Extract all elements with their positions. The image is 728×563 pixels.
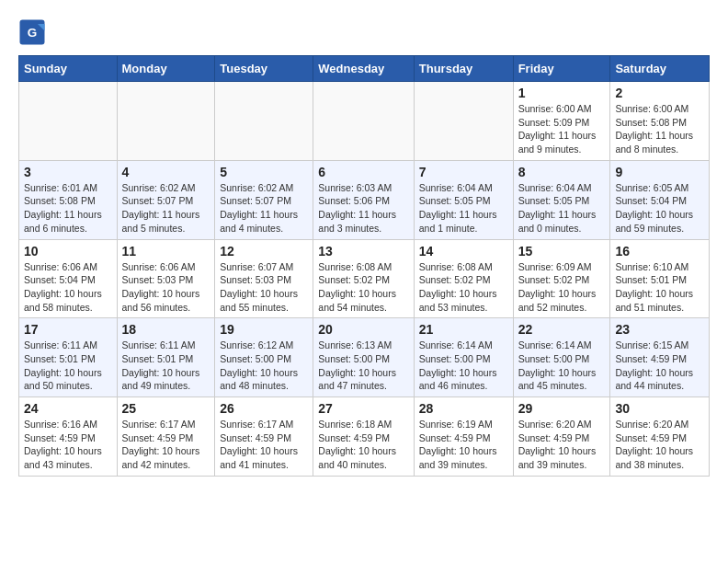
day-info: Sunrise: 6:11 AM Sunset: 5:01 PM Dayligh… [122, 339, 210, 393]
day-number: 26 [220, 401, 308, 416]
day-info: Sunrise: 6:05 AM Sunset: 5:04 PM Dayligh… [615, 181, 704, 236]
calendar-cell: 26Sunrise: 6:17 AM Sunset: 4:59 PM Dayli… [215, 397, 313, 477]
day-number: 22 [518, 322, 606, 337]
weekday-header: Friday [513, 56, 610, 82]
logo: G [18, 18, 50, 46]
day-number: 19 [220, 322, 308, 337]
weekday-header: Saturday [610, 56, 710, 82]
day-number: 27 [318, 401, 408, 416]
day-number: 21 [419, 322, 508, 337]
calendar-cell: 19Sunrise: 6:12 AM Sunset: 5:00 PM Dayli… [215, 318, 313, 397]
day-number: 17 [24, 322, 112, 337]
svg-text:G: G [28, 26, 38, 40]
calendar-cell: 5Sunrise: 6:02 AM Sunset: 5:07 PM Daylig… [215, 160, 313, 239]
day-info: Sunrise: 6:06 AM Sunset: 5:04 PM Dayligh… [24, 260, 112, 315]
calendar-cell: 4Sunrise: 6:02 AM Sunset: 5:07 PM Daylig… [117, 160, 215, 239]
day-number: 5 [220, 165, 308, 179]
weekday-header: Monday [117, 56, 215, 82]
day-number: 6 [318, 165, 408, 179]
day-info: Sunrise: 6:04 AM Sunset: 5:05 PM Dayligh… [419, 181, 508, 236]
calendar-cell [215, 82, 313, 161]
calendar-cell: 24Sunrise: 6:16 AM Sunset: 4:59 PM Dayli… [19, 397, 118, 477]
day-info: Sunrise: 6:17 AM Sunset: 4:59 PM Dayligh… [220, 418, 308, 472]
day-info: Sunrise: 6:08 AM Sunset: 5:02 PM Dayligh… [318, 260, 408, 315]
day-number: 2 [615, 86, 704, 100]
calendar-cell: 2Sunrise: 6:00 AM Sunset: 5:08 PM Daylig… [610, 82, 710, 161]
calendar-cell: 14Sunrise: 6:08 AM Sunset: 5:02 PM Dayli… [414, 239, 513, 318]
day-number: 11 [122, 244, 210, 259]
calendar-cell [414, 82, 513, 161]
day-info: Sunrise: 6:02 AM Sunset: 5:07 PM Dayligh… [122, 181, 210, 236]
day-number: 29 [518, 401, 606, 416]
calendar-week-row: 24Sunrise: 6:16 AM Sunset: 4:59 PM Dayli… [19, 397, 710, 477]
day-info: Sunrise: 6:02 AM Sunset: 5:07 PM Dayligh… [220, 181, 308, 236]
day-number: 12 [220, 244, 308, 259]
calendar-cell: 22Sunrise: 6:14 AM Sunset: 5:00 PM Dayli… [513, 318, 610, 397]
day-info: Sunrise: 6:17 AM Sunset: 4:59 PM Dayligh… [122, 418, 210, 472]
calendar-cell: 10Sunrise: 6:06 AM Sunset: 5:04 PM Dayli… [19, 239, 118, 318]
day-info: Sunrise: 6:14 AM Sunset: 5:00 PM Dayligh… [419, 339, 508, 393]
day-info: Sunrise: 6:19 AM Sunset: 4:59 PM Dayligh… [419, 418, 508, 472]
day-info: Sunrise: 6:10 AM Sunset: 5:01 PM Dayligh… [615, 260, 704, 315]
calendar-cell: 11Sunrise: 6:06 AM Sunset: 5:03 PM Dayli… [117, 239, 215, 318]
calendar-cell: 29Sunrise: 6:20 AM Sunset: 4:59 PM Dayli… [513, 397, 610, 477]
calendar-week-row: 10Sunrise: 6:06 AM Sunset: 5:04 PM Dayli… [19, 239, 710, 318]
calendar-cell: 15Sunrise: 6:09 AM Sunset: 5:02 PM Dayli… [513, 239, 610, 318]
calendar-cell: 1Sunrise: 6:00 AM Sunset: 5:09 PM Daylig… [513, 82, 610, 161]
calendar-table: SundayMondayTuesdayWednesdayThursdayFrid… [18, 55, 710, 477]
calendar-cell [117, 82, 215, 161]
calendar-cell: 13Sunrise: 6:08 AM Sunset: 5:02 PM Dayli… [313, 239, 414, 318]
calendar-cell: 25Sunrise: 6:17 AM Sunset: 4:59 PM Dayli… [117, 397, 215, 477]
day-number: 20 [318, 322, 408, 337]
calendar-cell: 3Sunrise: 6:01 AM Sunset: 5:08 PM Daylig… [19, 160, 118, 239]
calendar-cell: 7Sunrise: 6:04 AM Sunset: 5:05 PM Daylig… [414, 160, 513, 239]
day-info: Sunrise: 6:07 AM Sunset: 5:03 PM Dayligh… [220, 260, 308, 315]
day-info: Sunrise: 6:01 AM Sunset: 5:08 PM Dayligh… [24, 181, 112, 236]
calendar-cell: 12Sunrise: 6:07 AM Sunset: 5:03 PM Dayli… [215, 239, 313, 318]
day-number: 10 [24, 244, 112, 259]
day-info: Sunrise: 6:15 AM Sunset: 4:59 PM Dayligh… [615, 339, 704, 393]
day-info: Sunrise: 6:06 AM Sunset: 5:03 PM Dayligh… [122, 260, 210, 315]
calendar-cell: 9Sunrise: 6:05 AM Sunset: 5:04 PM Daylig… [610, 160, 710, 239]
calendar-cell: 16Sunrise: 6:10 AM Sunset: 5:01 PM Dayli… [610, 239, 710, 318]
day-info: Sunrise: 6:04 AM Sunset: 5:05 PM Dayligh… [518, 181, 606, 236]
day-info: Sunrise: 6:12 AM Sunset: 5:00 PM Dayligh… [220, 339, 308, 393]
day-info: Sunrise: 6:00 AM Sunset: 5:08 PM Dayligh… [615, 102, 704, 156]
day-number: 24 [24, 401, 112, 416]
calendar-cell: 30Sunrise: 6:20 AM Sunset: 4:59 PM Dayli… [610, 397, 710, 477]
day-number: 30 [615, 401, 704, 416]
weekday-header: Thursday [414, 56, 513, 82]
day-info: Sunrise: 6:14 AM Sunset: 5:00 PM Dayligh… [518, 339, 606, 393]
logo-icon: G [18, 18, 46, 46]
day-info: Sunrise: 6:08 AM Sunset: 5:02 PM Dayligh… [419, 260, 508, 315]
day-info: Sunrise: 6:03 AM Sunset: 5:06 PM Dayligh… [318, 181, 408, 236]
day-number: 8 [518, 165, 606, 179]
calendar-cell: 23Sunrise: 6:15 AM Sunset: 4:59 PM Dayli… [610, 318, 710, 397]
weekday-header: Sunday [19, 56, 118, 82]
day-number: 3 [24, 165, 112, 179]
day-number: 18 [122, 322, 210, 337]
day-number: 23 [615, 322, 704, 337]
calendar-cell [313, 82, 414, 161]
day-number: 9 [615, 165, 704, 179]
calendar-cell: 18Sunrise: 6:11 AM Sunset: 5:01 PM Dayli… [117, 318, 215, 397]
weekday-header: Tuesday [215, 56, 313, 82]
calendar-week-row: 17Sunrise: 6:11 AM Sunset: 5:01 PM Dayli… [19, 318, 710, 397]
calendar-week-row: 1Sunrise: 6:00 AM Sunset: 5:09 PM Daylig… [19, 82, 710, 161]
day-info: Sunrise: 6:11 AM Sunset: 5:01 PM Dayligh… [24, 339, 112, 393]
calendar-cell: 21Sunrise: 6:14 AM Sunset: 5:00 PM Dayli… [414, 318, 513, 397]
calendar-cell: 27Sunrise: 6:18 AM Sunset: 4:59 PM Dayli… [313, 397, 414, 477]
calendar-cell: 8Sunrise: 6:04 AM Sunset: 5:05 PM Daylig… [513, 160, 610, 239]
day-number: 4 [122, 165, 210, 179]
day-info: Sunrise: 6:09 AM Sunset: 5:02 PM Dayligh… [518, 260, 606, 315]
calendar-cell [19, 82, 118, 161]
day-number: 28 [419, 401, 508, 416]
day-info: Sunrise: 6:00 AM Sunset: 5:09 PM Dayligh… [518, 102, 606, 156]
calendar-cell: 28Sunrise: 6:19 AM Sunset: 4:59 PM Dayli… [414, 397, 513, 477]
calendar-cell: 6Sunrise: 6:03 AM Sunset: 5:06 PM Daylig… [313, 160, 414, 239]
weekday-header: Wednesday [313, 56, 414, 82]
calendar-cell: 17Sunrise: 6:11 AM Sunset: 5:01 PM Dayli… [19, 318, 118, 397]
calendar-header-row: SundayMondayTuesdayWednesdayThursdayFrid… [19, 56, 710, 82]
day-number: 14 [419, 244, 508, 259]
day-info: Sunrise: 6:16 AM Sunset: 4:59 PM Dayligh… [24, 418, 112, 472]
